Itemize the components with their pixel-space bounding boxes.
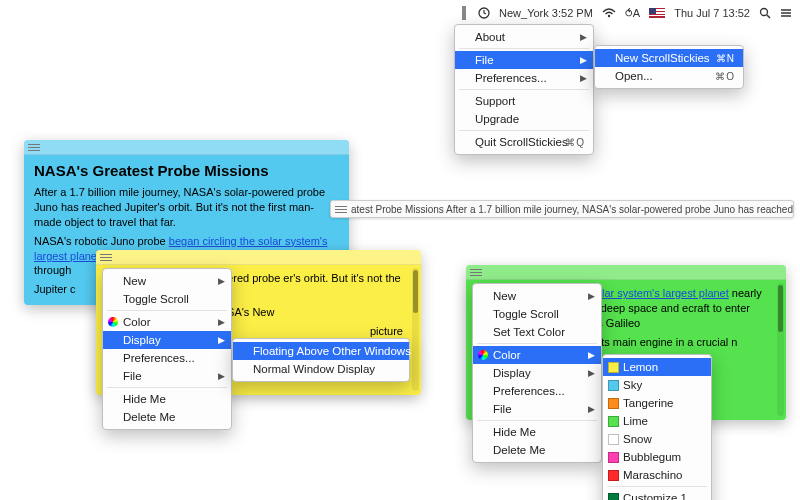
macos-menubar: New_York 3:52 PM ⥀A Thu Jul 7 13:52: [459, 4, 792, 22]
ctx-toggle-scroll[interactable]: Toggle Scroll: [103, 290, 231, 308]
menu-open[interactable]: Open...⌘O: [595, 67, 743, 85]
menu-icon[interactable]: [780, 8, 792, 18]
color-snow[interactable]: Snow: [603, 430, 711, 448]
menubar-extra-icon[interactable]: [459, 6, 469, 20]
file-submenu: New ScrollStickies⌘N Open...⌘O: [594, 45, 744, 89]
scroll-ticker[interactable]: atest Probe Missions After a 1.7 billion…: [330, 200, 794, 218]
note-text: After a 1.7 billion mile journey, NASA's…: [34, 185, 339, 230]
swatch-icon: [608, 470, 619, 481]
spotlight-icon[interactable]: [759, 7, 771, 19]
ctx-color[interactable]: Color▶: [103, 313, 231, 331]
note-menu-icon[interactable]: [470, 267, 482, 278]
swatch-icon: [608, 362, 619, 373]
display-floating[interactable]: Floating Above Other Windows: [233, 342, 409, 360]
note-header[interactable]: [24, 140, 349, 155]
app-menubar-menu: About▶ File▶ Preferences...▶ Support Upg…: [454, 24, 594, 155]
note-menu-icon[interactable]: [28, 142, 40, 153]
clock-icon[interactable]: [478, 7, 490, 19]
wifi-icon[interactable]: [602, 8, 616, 18]
color-sky[interactable]: Sky: [603, 376, 711, 394]
menu-new-note[interactable]: New ScrollStickies⌘N: [595, 49, 743, 67]
note-title: NASA's Greatest Probe Missions: [34, 161, 339, 181]
svg-line-4: [767, 15, 770, 18]
user-switcher[interactable]: ⥀A: [625, 7, 640, 20]
ctx-hide[interactable]: Hide Me: [473, 423, 601, 441]
swatch-icon: [608, 416, 619, 427]
flag-icon[interactable]: [649, 8, 665, 18]
menu-upgrade[interactable]: Upgrade: [455, 110, 593, 128]
swatch-icon: [608, 398, 619, 409]
color-submenu: Lemon Sky Tangerine Lime Snow Bubblegum …: [602, 354, 712, 500]
ctx-delete[interactable]: Delete Me: [473, 441, 601, 459]
display-normal[interactable]: Normal Window Display: [233, 360, 409, 378]
note-context-menu-green: New▶ Toggle Scroll Set Text Color Color▶…: [472, 283, 602, 463]
swatch-icon: [608, 380, 619, 391]
ctx-file[interactable]: File▶: [473, 400, 601, 418]
ctx-display[interactable]: Display▶: [473, 364, 601, 382]
ticker-text: atest Probe Missions After a 1.7 billion…: [351, 204, 793, 215]
ctx-new[interactable]: New▶: [473, 287, 601, 305]
svg-point-2: [608, 15, 610, 17]
ctx-set-text-color[interactable]: Set Text Color: [473, 323, 601, 341]
ctx-display[interactable]: Display▶: [103, 331, 231, 349]
scrollbar[interactable]: [777, 283, 784, 416]
ctx-file[interactable]: File▶: [103, 367, 231, 385]
clock-city-label: New_York 3:52 PM: [499, 7, 593, 19]
svg-point-3: [761, 9, 768, 16]
ctx-delete[interactable]: Delete Me: [103, 408, 231, 426]
menu-preferences[interactable]: Preferences...▶: [455, 69, 593, 87]
ctx-new[interactable]: New▶: [103, 272, 231, 290]
color-lemon[interactable]: Lemon: [603, 358, 711, 376]
scrollbar[interactable]: [412, 268, 419, 391]
ctx-color[interactable]: Color▶: [473, 346, 601, 364]
svg-rect-0: [462, 6, 466, 20]
swatch-icon: [608, 493, 619, 501]
ctx-toggle-scroll[interactable]: Toggle Scroll: [473, 305, 601, 323]
ctx-hide[interactable]: Hide Me: [103, 390, 231, 408]
swatch-icon: [608, 452, 619, 463]
scrollbar-thumb[interactable]: [413, 270, 418, 313]
ticker-menu-icon[interactable]: [335, 204, 347, 215]
color-maraschino[interactable]: Maraschino: [603, 466, 711, 484]
color-lime[interactable]: Lime: [603, 412, 711, 430]
color-wheel-icon: [478, 350, 488, 360]
note-menu-icon[interactable]: [100, 252, 112, 263]
color-customize-1[interactable]: Customize 1: [603, 489, 711, 500]
color-tangerine[interactable]: Tangerine: [603, 394, 711, 412]
display-submenu: Floating Above Other Windows Normal Wind…: [232, 338, 410, 382]
note-header[interactable]: [96, 250, 421, 265]
ctx-preferences[interactable]: Preferences...: [103, 349, 231, 367]
menu-file[interactable]: File▶: [455, 51, 593, 69]
menu-about[interactable]: About▶: [455, 28, 593, 46]
swatch-icon: [608, 434, 619, 445]
color-wheel-icon: [108, 317, 118, 327]
color-bubblegum[interactable]: Bubblegum: [603, 448, 711, 466]
ctx-preferences[interactable]: Preferences...: [473, 382, 601, 400]
note-header[interactable]: [466, 265, 786, 280]
note-context-menu-yellow: New▶ Toggle Scroll Color▶ Display▶ Prefe…: [102, 268, 232, 430]
scrollbar-thumb[interactable]: [778, 285, 783, 332]
menu-quit[interactable]: Quit ScrollStickies⌘Q: [455, 133, 593, 151]
menubar-date: Thu Jul 7 13:52: [674, 7, 750, 19]
menu-support[interactable]: Support: [455, 92, 593, 110]
